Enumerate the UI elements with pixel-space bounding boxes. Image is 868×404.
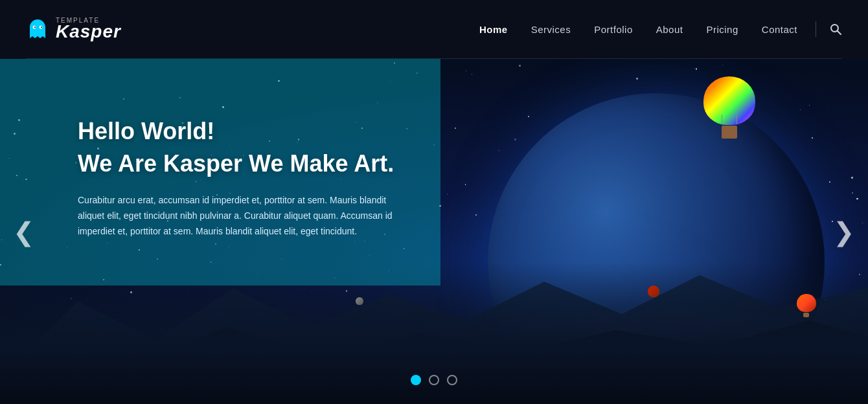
balloon-rope-left: [722, 115, 722, 124]
header: TEMPLATE Kasper Home Services Portfolio …: [0, 0, 868, 58]
prev-slide-button[interactable]: ❮: [0, 212, 48, 251]
logo-area: TEMPLATE Kasper: [26, 17, 121, 42]
hero-description: Curabitur arcu erat, accumsan id imperdi…: [78, 193, 395, 239]
nav-home[interactable]: Home: [468, 24, 520, 35]
nav-services[interactable]: Services: [520, 24, 583, 35]
slide-dots: [411, 375, 457, 385]
next-slide-button[interactable]: ❯: [820, 212, 868, 251]
hero-content-box: Hello World! We Are Kasper We Make Art. …: [0, 59, 440, 286]
balloon-envelope-main: [703, 76, 755, 125]
nav-portfolio[interactable]: Portfolio: [582, 24, 645, 35]
balloon-envelope-small1: [797, 294, 816, 313]
svg-point-3: [41, 27, 42, 28]
search-button[interactable]: [823, 23, 842, 36]
main-balloon: [703, 76, 755, 141]
balloon-basket-small1: [803, 313, 809, 318]
nav-pricing[interactable]: Pricing: [694, 24, 749, 35]
main-nav: Home Services Portfolio About Pricing Co…: [468, 21, 842, 37]
ghost-icon: [26, 17, 49, 41]
logo-name: Kasper: [56, 21, 121, 41]
balloon-envelope-small2: [648, 286, 659, 297]
hero-title-line1: Hello World!: [78, 118, 402, 145]
hero-title-line2: We Are Kasper We Make Art.: [78, 150, 402, 177]
svg-line-5: [838, 31, 841, 35]
small-balloon-1: [797, 294, 816, 319]
small-balloon-3: [356, 297, 363, 308]
slide-dot-3[interactable]: [447, 375, 457, 385]
search-icon: [829, 23, 842, 36]
logo-text-container: TEMPLATE Kasper: [56, 17, 121, 42]
svg-point-2: [34, 27, 36, 28]
hero-section: Hello World! We Are Kasper We Make Art. …: [0, 59, 868, 404]
balloon-envelope-small3: [356, 297, 363, 305]
nav-divider: [816, 21, 816, 37]
nav-about[interactable]: About: [645, 24, 695, 35]
balloon-rope-right: [737, 115, 737, 124]
small-balloon-2: [648, 286, 659, 301]
balloon-basket-main: [722, 126, 737, 139]
slide-dot-2[interactable]: [429, 375, 439, 385]
nav-contact[interactable]: Contact: [750, 24, 809, 35]
slide-dot-1[interactable]: [411, 375, 421, 385]
